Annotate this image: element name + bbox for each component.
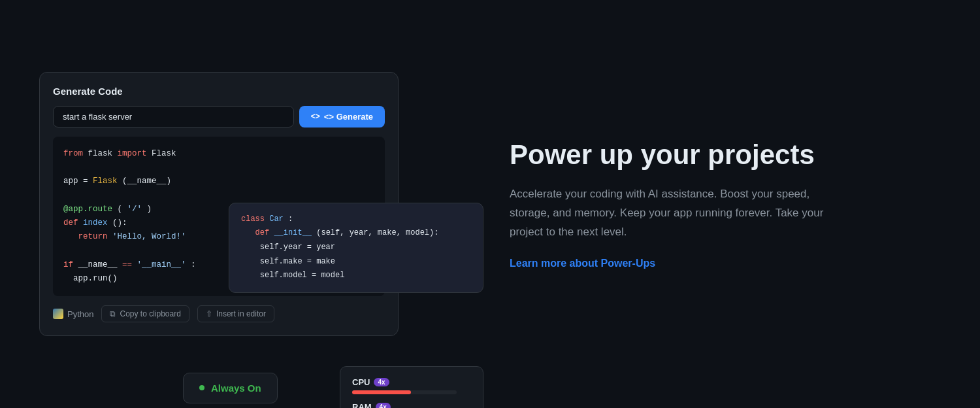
python-icon xyxy=(53,309,63,319)
copy-clipboard-button[interactable]: ⧉ Copy to clipboard xyxy=(101,305,189,322)
learn-more-link[interactable]: Learn more about Power-Ups xyxy=(510,258,655,269)
hero-title: Power up your projects xyxy=(510,139,941,171)
cpu-badge: 4x xyxy=(374,378,389,386)
always-on-label: Always On xyxy=(211,382,261,394)
code-line-1: from flask import Flask xyxy=(63,147,374,161)
copy-label: Copy to clipboard xyxy=(120,309,180,318)
kw-from: from xyxy=(63,149,83,158)
code-line-3: app = Flask (__name__) xyxy=(63,175,374,188)
insert-editor-button[interactable]: ⇧ Insert in editor xyxy=(197,305,274,322)
green-dot-icon xyxy=(199,385,204,390)
cpu-label: CPU xyxy=(352,377,370,387)
hero-description: Accelerate your coding with AI assistanc… xyxy=(510,185,849,242)
toolbar: Python ⧉ Copy to clipboard ⇧ Insert in e… xyxy=(53,305,385,322)
ram-label-row: RAM 4x xyxy=(352,402,471,408)
car-line-4: self.make = make xyxy=(241,255,471,269)
powerups-card: CPU 4x RAM 4x Storage 2x xyxy=(340,366,483,408)
right-panel: Power up your projects Accelerate your c… xyxy=(470,139,941,269)
always-on-card: Always On xyxy=(183,373,278,403)
cpu-bar-bg xyxy=(352,390,457,394)
generate-label: <> Generate xyxy=(324,112,373,122)
left-panel: Generate Code <> <> Generate from flask … xyxy=(39,72,418,337)
cpu-row: CPU 4x xyxy=(352,377,471,394)
cpu-bar-fill xyxy=(352,390,411,394)
ram-row: RAM 4x xyxy=(352,402,471,408)
input-row: <> <> Generate xyxy=(53,106,385,128)
insert-label: Insert in editor xyxy=(216,309,266,318)
car-line-5: self.model = model xyxy=(241,269,471,283)
code-icon: <> xyxy=(311,112,320,121)
car-line-1: class Car : xyxy=(241,212,471,227)
card-title: Generate Code xyxy=(53,86,385,97)
lang-label: Python xyxy=(67,309,93,319)
car-line-2: def __init__ (self, year, make, model): xyxy=(241,226,471,241)
car-line-3: self.year = year xyxy=(241,241,471,255)
lang-badge: Python xyxy=(53,309,93,319)
code-input[interactable] xyxy=(53,106,294,128)
ram-badge: 4x xyxy=(376,403,391,408)
copy-icon: ⧉ xyxy=(110,309,116,318)
cpu-label-row: CPU 4x xyxy=(352,377,471,387)
generate-button[interactable]: <> <> Generate xyxy=(299,106,385,128)
code-line-blank2 xyxy=(63,189,374,203)
main-layout: Generate Code <> <> Generate from flask … xyxy=(0,0,980,408)
code-line-blank1 xyxy=(63,161,374,175)
car-class-card: class Car : def __init__ (self, year, ma… xyxy=(229,203,483,293)
insert-icon: ⇧ xyxy=(206,309,212,318)
ram-label: RAM xyxy=(352,402,372,408)
